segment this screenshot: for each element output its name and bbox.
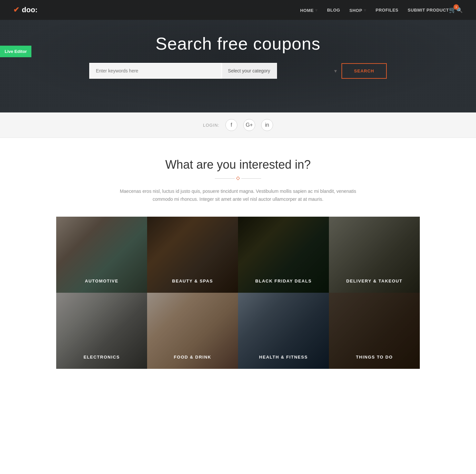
category-dropdown-wrapper: Select your category Automotive Beauty &… — [222, 63, 342, 79]
nav-item-shop[interactable]: SHOP ▾ — [349, 7, 366, 13]
divider-line-left — [215, 178, 235, 179]
cat-label-health: HEALTH & FITNESS — [238, 355, 329, 360]
linkedin-login-button[interactable]: in — [261, 119, 273, 131]
hero-search-bar: Select your category Automotive Beauty &… — [89, 63, 387, 79]
category-card-food[interactable]: FOOD & DRINK — [147, 293, 238, 369]
nav-item-home[interactable]: HOME ▾ — [300, 7, 318, 13]
brand-logo[interactable]: ✔ doo: — [13, 6, 38, 14]
interests-section: What are you interested in? Maecenas ero… — [0, 138, 476, 375]
keyword-input[interactable] — [89, 63, 222, 79]
cat-label-electronics: ELECTRONICS — [56, 355, 147, 360]
cat-label-food: FOOD & DRINK — [147, 355, 238, 360]
interests-divider — [13, 177, 463, 180]
nav-item-blog[interactable]: BLOG — [327, 7, 340, 13]
logo-text: doo: — [22, 6, 38, 14]
main-nav: ✔ doo: HOME ▾ BLOG SHOP ▾ PROFILES SUBMI… — [0, 0, 476, 20]
login-label: LOGIN: — [203, 123, 219, 128]
cat-label-thingstodo: THINGS TO DO — [329, 355, 420, 360]
category-card-blackfriday[interactable]: BLACK FRIDAY DEALS — [238, 217, 329, 293]
login-bar: LOGIN: f G+ in — [0, 112, 476, 138]
cart-button[interactable]: 🛒 1 — [449, 6, 456, 14]
category-card-beauty[interactable]: BEAUTY & SPAS — [147, 217, 238, 293]
cat-label-automotive: AUTOMOTIVE — [56, 279, 147, 283]
category-card-health[interactable]: HEALTH & FITNESS — [238, 293, 329, 369]
cat-label-delivery: DELIVERY & TAKEOUT — [329, 279, 420, 283]
divider-diamond — [236, 176, 240, 180]
nav-item-profiles[interactable]: PROFILES — [376, 7, 398, 13]
search-button[interactable]: SEARCH — [341, 63, 387, 79]
live-editor-button[interactable]: Live Editor — [0, 46, 31, 57]
logo-icon: ✔ — [13, 6, 19, 14]
facebook-login-button[interactable]: f — [225, 119, 237, 131]
interests-description: Maecenas eros nisl, luctus id justo quis… — [112, 188, 364, 203]
category-card-automotive[interactable]: AUTOMOTIVE — [56, 217, 147, 293]
category-grid: AUTOMOTIVE BEAUTY & SPAS BLACK FRIDAY DE… — [56, 217, 420, 369]
cart-badge: 1 — [454, 4, 459, 10]
nav-links: HOME ▾ BLOG SHOP ▾ PROFILES SUBMIT PRODU… — [300, 7, 449, 13]
google-login-button[interactable]: G+ — [243, 119, 255, 131]
category-card-electronics[interactable]: ELECTRONICS — [56, 293, 147, 369]
cat-label-blackfriday: BLACK FRIDAY DEALS — [238, 279, 329, 283]
hero-title: Search free coupons — [156, 34, 321, 54]
category-card-thingstodo[interactable]: THINGS TO DO — [329, 293, 420, 369]
divider-line-right — [241, 178, 261, 179]
interests-title: What are you interested in? — [13, 158, 463, 172]
nav-item-submit[interactable]: SUBMIT PRODUCT — [408, 7, 449, 13]
category-card-delivery[interactable]: DELIVERY & TAKEOUT — [329, 217, 420, 293]
category-select[interactable]: Select your category Automotive Beauty &… — [222, 63, 277, 79]
cat-label-beauty: BEAUTY & SPAS — [147, 279, 238, 283]
